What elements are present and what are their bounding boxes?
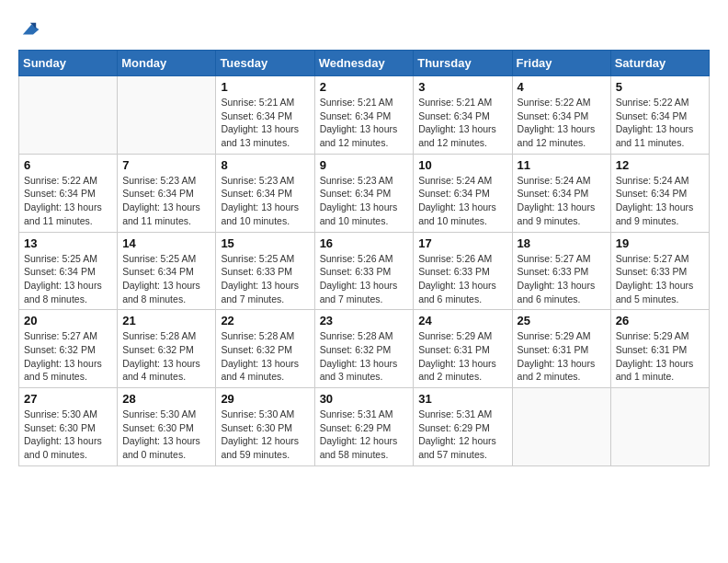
weekday-header-row: SundayMondayTuesdayWednesdayThursdayFrid… <box>19 51 710 76</box>
day-number: 21 <box>122 314 210 327</box>
calendar-cell: 13Sunrise: 5:25 AM Sunset: 6:34 PM Dayli… <box>19 232 118 310</box>
day-info: Sunrise: 5:24 AM Sunset: 6:34 PM Dayligh… <box>418 174 506 228</box>
calendar-cell: 26Sunrise: 5:29 AM Sunset: 6:31 PM Dayli… <box>610 310 709 388</box>
calendar-cell: 6Sunrise: 5:22 AM Sunset: 6:34 PM Daylig… <box>19 154 118 232</box>
calendar-week-1: 1Sunrise: 5:21 AM Sunset: 6:34 PM Daylig… <box>19 76 710 155</box>
logo <box>18 18 44 40</box>
day-number: 10 <box>418 158 506 172</box>
day-number: 9 <box>320 158 409 172</box>
calendar-cell: 2Sunrise: 5:21 AM Sunset: 6:34 PM Daylig… <box>314 76 414 155</box>
day-info: Sunrise: 5:23 AM Sunset: 6:34 PM Dayligh… <box>320 174 409 228</box>
weekday-header-sunday: Sunday <box>19 51 118 76</box>
day-number: 14 <box>122 236 210 250</box>
calendar-cell <box>610 388 709 466</box>
day-info: Sunrise: 5:23 AM Sunset: 6:34 PM Dayligh… <box>122 174 210 228</box>
day-number: 6 <box>24 158 112 172</box>
calendar-cell: 8Sunrise: 5:23 AM Sunset: 6:34 PM Daylig… <box>216 154 314 232</box>
day-number: 16 <box>320 236 409 250</box>
logo-icon <box>18 18 40 40</box>
calendar-cell: 4Sunrise: 5:22 AM Sunset: 6:34 PM Daylig… <box>512 76 610 155</box>
day-info: Sunrise: 5:29 AM Sunset: 6:31 PM Dayligh… <box>418 329 506 384</box>
day-info: Sunrise: 5:21 AM Sunset: 6:34 PM Dayligh… <box>221 96 309 150</box>
calendar-cell: 24Sunrise: 5:29 AM Sunset: 6:31 PM Dayli… <box>414 310 512 388</box>
day-number: 15 <box>221 236 309 250</box>
calendar-week-3: 13Sunrise: 5:25 AM Sunset: 6:34 PM Dayli… <box>19 232 710 310</box>
day-info: Sunrise: 5:29 AM Sunset: 6:31 PM Dayligh… <box>616 329 704 384</box>
day-info: Sunrise: 5:22 AM Sunset: 6:34 PM Dayligh… <box>24 174 112 228</box>
calendar-cell <box>19 76 118 155</box>
calendar-cell: 16Sunrise: 5:26 AM Sunset: 6:33 PM Dayli… <box>314 232 414 310</box>
calendar-week-5: 27Sunrise: 5:30 AM Sunset: 6:30 PM Dayli… <box>19 388 710 466</box>
calendar-cell: 17Sunrise: 5:26 AM Sunset: 6:33 PM Dayli… <box>414 232 512 310</box>
calendar-week-4: 20Sunrise: 5:27 AM Sunset: 6:32 PM Dayli… <box>19 310 710 388</box>
day-info: Sunrise: 5:25 AM Sunset: 6:34 PM Dayligh… <box>122 252 210 306</box>
calendar-cell: 12Sunrise: 5:24 AM Sunset: 6:34 PM Dayli… <box>610 154 709 232</box>
day-info: Sunrise: 5:21 AM Sunset: 6:34 PM Dayligh… <box>320 96 409 150</box>
weekday-header-friday: Friday <box>512 51 610 76</box>
day-info: Sunrise: 5:30 AM Sunset: 6:30 PM Dayligh… <box>122 408 210 462</box>
day-info: Sunrise: 5:22 AM Sunset: 6:34 PM Dayligh… <box>518 96 606 150</box>
weekday-header-thursday: Thursday <box>414 51 512 76</box>
day-info: Sunrise: 5:21 AM Sunset: 6:34 PM Dayligh… <box>418 96 506 150</box>
weekday-header-wednesday: Wednesday <box>314 51 414 76</box>
day-number: 18 <box>518 236 606 250</box>
page-header <box>18 18 710 40</box>
day-number: 12 <box>616 158 704 172</box>
day-info: Sunrise: 5:25 AM Sunset: 6:34 PM Dayligh… <box>24 252 112 306</box>
day-number: 11 <box>518 158 606 172</box>
svg-marker-0 <box>23 24 40 34</box>
day-info: Sunrise: 5:27 AM Sunset: 6:33 PM Dayligh… <box>518 252 606 306</box>
calendar-cell: 5Sunrise: 5:22 AM Sunset: 6:34 PM Daylig… <box>610 76 709 155</box>
day-info: Sunrise: 5:30 AM Sunset: 6:30 PM Dayligh… <box>24 408 112 462</box>
day-info: Sunrise: 5:24 AM Sunset: 6:34 PM Dayligh… <box>518 174 606 228</box>
day-number: 30 <box>320 392 409 406</box>
day-number: 8 <box>221 158 309 172</box>
calendar-cell: 28Sunrise: 5:30 AM Sunset: 6:30 PM Dayli… <box>118 388 216 466</box>
calendar-cell: 19Sunrise: 5:27 AM Sunset: 6:33 PM Dayli… <box>610 232 709 310</box>
day-info: Sunrise: 5:26 AM Sunset: 6:33 PM Dayligh… <box>320 252 409 306</box>
calendar-cell: 20Sunrise: 5:27 AM Sunset: 6:32 PM Dayli… <box>19 310 118 388</box>
calendar-cell: 3Sunrise: 5:21 AM Sunset: 6:34 PM Daylig… <box>414 76 512 155</box>
day-number: 4 <box>518 80 606 94</box>
day-info: Sunrise: 5:27 AM Sunset: 6:32 PM Dayligh… <box>24 329 112 384</box>
day-number: 13 <box>24 236 112 250</box>
day-info: Sunrise: 5:27 AM Sunset: 6:33 PM Dayligh… <box>616 252 704 306</box>
calendar-cell: 18Sunrise: 5:27 AM Sunset: 6:33 PM Dayli… <box>512 232 610 310</box>
weekday-header-saturday: Saturday <box>610 51 709 76</box>
calendar-cell: 23Sunrise: 5:28 AM Sunset: 6:32 PM Dayli… <box>314 310 414 388</box>
calendar-body: 1Sunrise: 5:21 AM Sunset: 6:34 PM Daylig… <box>19 76 710 466</box>
day-info: Sunrise: 5:31 AM Sunset: 6:29 PM Dayligh… <box>320 408 409 462</box>
calendar-cell: 31Sunrise: 5:31 AM Sunset: 6:29 PM Dayli… <box>414 388 512 466</box>
day-number: 7 <box>122 158 210 172</box>
day-number: 26 <box>616 314 704 327</box>
calendar-cell: 29Sunrise: 5:30 AM Sunset: 6:30 PM Dayli… <box>216 388 314 466</box>
calendar-cell: 25Sunrise: 5:29 AM Sunset: 6:31 PM Dayli… <box>512 310 610 388</box>
day-number: 27 <box>24 392 112 406</box>
calendar-cell <box>118 76 216 155</box>
calendar-cell: 14Sunrise: 5:25 AM Sunset: 6:34 PM Dayli… <box>118 232 216 310</box>
calendar-cell: 11Sunrise: 5:24 AM Sunset: 6:34 PM Dayli… <box>512 154 610 232</box>
day-info: Sunrise: 5:31 AM Sunset: 6:29 PM Dayligh… <box>418 408 506 462</box>
day-info: Sunrise: 5:28 AM Sunset: 6:32 PM Dayligh… <box>320 329 409 384</box>
day-info: Sunrise: 5:25 AM Sunset: 6:33 PM Dayligh… <box>221 252 309 306</box>
day-info: Sunrise: 5:28 AM Sunset: 6:32 PM Dayligh… <box>221 329 309 384</box>
day-info: Sunrise: 5:22 AM Sunset: 6:34 PM Dayligh… <box>616 96 704 150</box>
day-info: Sunrise: 5:28 AM Sunset: 6:32 PM Dayligh… <box>122 329 210 384</box>
day-number: 28 <box>122 392 210 406</box>
calendar-cell: 1Sunrise: 5:21 AM Sunset: 6:34 PM Daylig… <box>216 76 314 155</box>
calendar: SundayMondayTuesdayWednesdayThursdayFrid… <box>18 50 710 466</box>
day-info: Sunrise: 5:30 AM Sunset: 6:30 PM Dayligh… <box>221 408 309 462</box>
weekday-header-monday: Monday <box>118 51 216 76</box>
calendar-cell: 27Sunrise: 5:30 AM Sunset: 6:30 PM Dayli… <box>19 388 118 466</box>
day-info: Sunrise: 5:23 AM Sunset: 6:34 PM Dayligh… <box>221 174 309 228</box>
calendar-cell: 9Sunrise: 5:23 AM Sunset: 6:34 PM Daylig… <box>314 154 414 232</box>
day-number: 22 <box>221 314 309 327</box>
day-number: 29 <box>221 392 309 406</box>
day-number: 1 <box>221 80 309 94</box>
day-number: 2 <box>320 80 409 94</box>
day-info: Sunrise: 5:24 AM Sunset: 6:34 PM Dayligh… <box>616 174 704 228</box>
calendar-cell: 10Sunrise: 5:24 AM Sunset: 6:34 PM Dayli… <box>414 154 512 232</box>
day-number: 17 <box>418 236 506 250</box>
day-number: 23 <box>320 314 409 327</box>
calendar-week-2: 6Sunrise: 5:22 AM Sunset: 6:34 PM Daylig… <box>19 154 710 232</box>
